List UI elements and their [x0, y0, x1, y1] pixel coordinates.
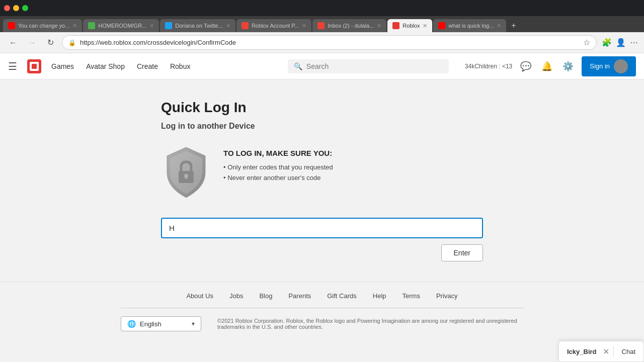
nav-right: 34kChildren : <13 💬 🔔 ⚙️ Sign in	[465, 56, 636, 76]
chat-bubble: Icky_Bird ✕ Chat	[558, 341, 644, 341]
tab-close-1[interactable]: ✕	[72, 23, 77, 29]
search-input[interactable]	[306, 62, 443, 70]
nav-create[interactable]: Create	[137, 62, 158, 70]
close-btn[interactable]	[4, 5, 10, 11]
footer-privacy[interactable]: Privacy	[436, 292, 458, 300]
back-button[interactable]: ←	[6, 37, 20, 48]
tab-close-3[interactable]: ✕	[226, 23, 230, 29]
minimize-btn[interactable]	[13, 5, 19, 11]
footer-gift-cards[interactable]: Gift Cards	[327, 292, 357, 300]
tab-favicon-4	[242, 22, 249, 29]
hamburger-icon[interactable]: ☰	[8, 60, 17, 72]
avatar-circle	[614, 59, 628, 73]
tab-favicon-6	[392, 22, 399, 29]
footer-help[interactable]: Help	[373, 292, 386, 300]
tab-2[interactable]: HOMEROOM/GR... ✕	[83, 19, 159, 32]
enter-button[interactable]: Enter	[441, 244, 483, 261]
extensions-icon[interactable]: 🧩	[602, 38, 612, 47]
tab-favicon-3	[165, 22, 172, 29]
button-row: Enter	[161, 244, 483, 261]
input-area: Enter	[161, 218, 483, 261]
nav-avatar-shop[interactable]: Avatar Shop	[86, 62, 125, 70]
user-info: 34kChildren : <13	[465, 63, 512, 70]
copyright-text: ©2021 Roblox Corporation. Roblox, the Ro…	[217, 318, 523, 330]
footer-links: About Us Jobs Blog Parents Gift Cards He…	[186, 292, 457, 300]
tab-favicon-1	[8, 22, 15, 29]
footer-about[interactable]: About Us	[186, 292, 213, 300]
tab-favicon-5	[317, 22, 325, 29]
footer-blog[interactable]: Blog	[259, 292, 272, 300]
info-bullet-2: • Never enter another user's code	[223, 174, 333, 182]
tab-close-2[interactable]: ✕	[149, 23, 154, 29]
lock-icon: 🔒	[68, 39, 76, 46]
url-bar[interactable]: 🔒 https://web.roblox.com/crossdevicelogi…	[62, 35, 597, 50]
nav-bar: ☰ Games Avatar Shop Create Robux 🔍 34kCh…	[0, 53, 644, 79]
info-section: TO LOG IN, MAKE SURE YOU: • Only enter c…	[161, 145, 483, 202]
page-title: Quick Log In	[161, 100, 483, 116]
footer-jobs[interactable]: Jobs	[229, 292, 243, 300]
tab-close-5[interactable]: ✕	[377, 23, 381, 29]
url-text: https://web.roblox.com/crossdevicelogin/…	[80, 39, 579, 46]
tab-favicon-7	[438, 22, 445, 29]
nav-links: Games Avatar Shop Create Robux	[51, 62, 190, 70]
roblox-logo-svg	[30, 62, 39, 71]
notifications-icon[interactable]: 🔔	[539, 59, 554, 74]
tab-label-2: HOMEROOM/GR...	[98, 23, 146, 29]
tab-3[interactable]: Doriana on Twitte... ✕	[160, 19, 235, 32]
roblox-logo[interactable]	[27, 59, 41, 73]
forward-button[interactable]: →	[25, 37, 39, 48]
language-label: English	[140, 320, 162, 328]
footer-parents[interactable]: Parents	[288, 292, 311, 300]
profile-icon[interactable]: 👤	[616, 38, 626, 47]
browser-topbar	[0, 0, 644, 16]
tab-label-5: Inbox (2) - dulala...	[328, 23, 374, 29]
sign-in-button[interactable]: Sign in	[582, 56, 636, 76]
info-title: TO LOG IN, MAKE SURE YOU:	[223, 149, 333, 157]
footer: About Us Jobs Blog Parents Gift Cards He…	[0, 282, 644, 341]
tab-close-6[interactable]: ✕	[423, 23, 427, 29]
nav-search: 🔍	[288, 59, 449, 73]
star-icon[interactable]: ☆	[583, 38, 590, 47]
tab-label-4: Roblox Account P...	[252, 23, 299, 29]
language-selector[interactable]: 🌐 English ▾	[121, 316, 201, 331]
globe-icon: 🌐	[127, 320, 136, 328]
search-icon: 🔍	[294, 62, 302, 70]
chevron-down-icon: ▾	[192, 320, 195, 327]
footer-divider	[121, 308, 523, 308]
chat-icon[interactable]: 💬	[518, 59, 533, 74]
address-bar-icons: 🧩 👤 ⋯	[602, 38, 638, 47]
page-subtitle: Log in to another Device	[161, 122, 483, 131]
tab-close-7[interactable]: ✕	[497, 23, 501, 29]
svg-rect-4	[185, 176, 187, 179]
reload-button[interactable]: ↻	[44, 37, 57, 48]
address-bar: ← → ↻ 🔒 https://web.roblox.com/crossdevi…	[0, 32, 644, 53]
tab-1[interactable]: You can change yo... ✕	[3, 19, 82, 32]
settings-icon[interactable]: ⚙️	[560, 59, 576, 74]
tab-bar: You can change yo... ✕ HOMEROOM/GR... ✕ …	[0, 16, 644, 32]
tab-5[interactable]: Inbox (2) - dulala... ✕	[312, 19, 386, 32]
info-text: TO LOG IN, MAKE SURE YOU: • Only enter c…	[223, 145, 333, 185]
main-content: Quick Log In Log in to another Device	[0, 79, 644, 282]
tab-label-7: what is quick log...	[448, 23, 494, 29]
tab-close-4[interactable]: ✕	[302, 23, 306, 29]
tab-label-1: You can change yo...	[18, 23, 69, 29]
footer-terms[interactable]: Terms	[403, 292, 420, 300]
nav-games[interactable]: Games	[51, 62, 74, 70]
window-controls	[4, 5, 28, 11]
tab-label-6: Roblox	[403, 23, 420, 29]
nav-robux[interactable]: Robux	[170, 62, 190, 70]
shield-icon-wrapper	[161, 145, 211, 202]
menu-icon[interactable]: ⋯	[630, 38, 638, 47]
tab-7[interactable]: what is quick log... ✕	[433, 19, 506, 32]
tab-4[interactable]: Roblox Account P... ✕	[236, 19, 312, 32]
tab-6[interactable]: Roblox ✕	[387, 19, 432, 32]
maximize-btn[interactable]	[22, 5, 28, 11]
shield-icon	[161, 145, 211, 200]
code-input[interactable]	[161, 218, 483, 238]
tab-label-3: Doriana on Twitte...	[175, 23, 223, 29]
footer-bottom: 🌐 English ▾ ©2021 Roblox Corporation. Ro…	[121, 316, 523, 331]
page-container: Quick Log In Log in to another Device	[161, 100, 483, 261]
tab-favicon-2	[88, 22, 95, 29]
info-bullet-1: • Only enter codes that you requested	[223, 163, 333, 171]
new-tab-button[interactable]: +	[507, 19, 520, 32]
